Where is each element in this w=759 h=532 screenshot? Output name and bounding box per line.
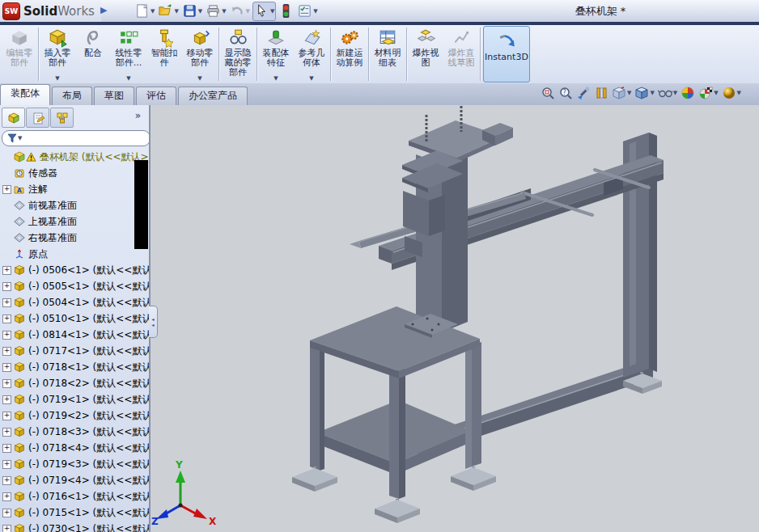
- show-hidden-components-button[interactable]: 显示隐藏的零部件: [220, 25, 256, 83]
- tree-item[interactable]: +(-) 0718<1> (默认<<默认: [0, 359, 149, 375]
- undo-button[interactable]: ▼: [229, 2, 251, 20]
- tree-item[interactable]: 上视基准面: [0, 213, 149, 230]
- expand-icon[interactable]: +: [2, 331, 11, 340]
- expand-icon[interactable]: +: [2, 347, 11, 356]
- instant3d-button[interactable]: Instant3D: [483, 26, 530, 82]
- smart-fasteners-button[interactable]: 智能扣件: [146, 25, 182, 83]
- expand-icon[interactable]: +: [2, 379, 11, 388]
- tree-item[interactable]: +(-) 0719<2> (默认<<默认: [0, 407, 149, 424]
- tree-item[interactable]: +(-) 0718<2> (默认<<默认: [0, 375, 149, 391]
- checklist-button[interactable]: ▼: [296, 2, 318, 20]
- tree-item[interactable]: +(-) 0718<4> (默认<<默认: [0, 440, 149, 456]
- expand-icon[interactable]: +: [2, 282, 11, 291]
- zoom-area-button[interactable]: ?: [558, 86, 573, 100]
- panel-splitter-handle[interactable]: ◂◂: [149, 306, 158, 338]
- tree-item[interactable]: +(-) 0510<1> (默认<<默认: [0, 310, 149, 327]
- save-button[interactable]: ▼: [181, 2, 203, 20]
- tab-装配体[interactable]: 装配体: [0, 84, 50, 105]
- tab-评估[interactable]: 评估: [136, 87, 176, 105]
- tree-item[interactable]: +(-) 0719<3> (默认<<默认: [0, 456, 149, 472]
- dropdown-arrow-icon[interactable]: ▼: [650, 90, 654, 96]
- dropdown-arrow-icon[interactable]: ▼: [126, 75, 130, 82]
- dropdown-arrow-icon[interactable]: ▼: [627, 90, 631, 96]
- tree-item[interactable]: +(-) 0814<1> (默认<<默认: [0, 327, 149, 343]
- expand-icon[interactable]: +: [2, 509, 11, 517]
- feature-filter-input[interactable]: ▼: [2, 130, 151, 146]
- move-component-button[interactable]: 移动零部件▼: [182, 25, 218, 83]
- mate-button[interactable]: 配合: [75, 25, 111, 83]
- dropdown-arrow-icon[interactable]: ▼: [246, 8, 250, 15]
- linear-component-pattern-button[interactable]: 线性零部件...▼: [111, 25, 146, 83]
- featuremanager-tab[interactable]: [2, 108, 25, 128]
- dropdown-arrow-icon[interactable]: ▼: [673, 90, 677, 96]
- expand-icon[interactable]: +: [2, 428, 11, 437]
- expand-icon[interactable]: +: [2, 412, 11, 420]
- dropdown-arrow-icon[interactable]: ▼: [197, 75, 201, 82]
- expand-icon[interactable]: +: [2, 525, 11, 532]
- expand-icon[interactable]: +: [2, 460, 11, 469]
- section-view-button[interactable]: [594, 86, 608, 100]
- display-style-button[interactable]: ▼: [634, 86, 654, 100]
- dropdown-arrow-icon[interactable]: ▼: [198, 8, 202, 15]
- expand-icon[interactable]: +: [2, 492, 11, 501]
- tree-item[interactable]: +A注解: [0, 181, 149, 197]
- realview-button[interactable]: ▼: [722, 86, 741, 100]
- expand-icon[interactable]: +: [2, 363, 11, 372]
- expand-icon[interactable]: +: [2, 266, 11, 275]
- graphics-viewport[interactable]: Y X Z: [151, 105, 759, 532]
- dropdown-arrow-icon[interactable]: ▼: [222, 8, 226, 15]
- view-orientation-button[interactable]: ▼: [612, 86, 631, 100]
- panel-overflow-chevron[interactable]: »: [135, 110, 141, 121]
- insert-component-button[interactable]: 插入零部件▼: [40, 25, 75, 83]
- filter-dropdown-icon[interactable]: ▼: [18, 135, 22, 141]
- select-button[interactable]: ▼: [252, 2, 276, 21]
- tree-item[interactable]: 原点: [0, 246, 149, 262]
- traffic-light-button[interactable]: [278, 2, 295, 20]
- tree-item[interactable]: +(-) 0504<1> (默认<<默认: [0, 294, 149, 310]
- toolbar-flyout-arrow-icon[interactable]: ▶: [100, 5, 107, 15]
- dropdown-arrow-icon[interactable]: ▼: [309, 75, 313, 82]
- tree-item[interactable]: +(-) 0505<1> (默认<<默认: [0, 278, 149, 294]
- tree-item[interactable]: 传感器: [0, 165, 149, 181]
- propertymanager-tab[interactable]: [26, 108, 49, 128]
- dropdown-arrow-icon[interactable]: ▼: [273, 75, 278, 82]
- reference-geometry-button[interactable]: 参考几何体▼: [294, 25, 329, 83]
- hide-show-items-button[interactable]: ▼: [658, 86, 677, 100]
- tree-item[interactable]: +(-) 0718<3> (默认<<默认: [0, 424, 149, 440]
- previous-view-button[interactable]: [576, 86, 591, 100]
- dropdown-arrow-icon[interactable]: ▼: [151, 8, 155, 15]
- new-motion-study-button[interactable]: 新建运动算例: [332, 25, 367, 83]
- dropdown-arrow-icon[interactable]: ▼: [714, 90, 718, 96]
- dropdown-arrow-icon[interactable]: ▼: [55, 75, 59, 82]
- tree-item[interactable]: +(-) 0716<1> (默认<<默认: [0, 488, 149, 505]
- tree-item[interactable]: +(-) 0506<1> (默认<<默认: [0, 262, 149, 278]
- tree-item[interactable]: +(-) 0730<1> (默认<<默认: [0, 521, 149, 532]
- expand-icon[interactable]: +: [2, 315, 11, 323]
- dropdown-arrow-icon[interactable]: ▼: [313, 8, 317, 15]
- expand-icon[interactable]: +: [2, 298, 11, 307]
- configurationmanager-tab[interactable]: [50, 108, 74, 128]
- open-document-button[interactable]: ▼: [157, 2, 179, 20]
- new-document-button[interactable]: ▼: [134, 2, 155, 20]
- tree-item[interactable]: +(-) 0719<4> (默认<<默认: [0, 472, 149, 488]
- bill-of-materials-button[interactable]: 材料明细表: [370, 25, 405, 83]
- tree-item[interactable]: +(-) 0715<1> (默认<<默认: [0, 505, 149, 521]
- expand-icon[interactable]: +: [2, 395, 11, 404]
- print-button[interactable]: ▼: [205, 2, 227, 20]
- assembly-features-button[interactable]: 装配体特征▼: [258, 25, 294, 83]
- tree-root-item[interactable]: 叠杯机架 (默认<<默认>_外: [0, 149, 149, 165]
- tree-item[interactable]: 右视基准面: [0, 230, 149, 246]
- tree-item[interactable]: +(-) 0717<1> (默认<<默认: [0, 343, 149, 359]
- expand-icon[interactable]: +: [2, 444, 11, 453]
- tree-item[interactable]: +(-) 0719<1> (默认<<默认: [0, 391, 149, 407]
- dropdown-arrow-icon[interactable]: ▼: [737, 90, 741, 96]
- zoom-fit-button[interactable]: [541, 86, 555, 100]
- view-settings-button[interactable]: ▼: [698, 86, 718, 100]
- apply-scene-button[interactable]: [681, 86, 695, 100]
- tree-item[interactable]: 前视基准面: [0, 197, 149, 213]
- tab-布局[interactable]: 布局: [52, 87, 92, 105]
- dropdown-arrow-icon[interactable]: ▼: [270, 8, 274, 15]
- dropdown-arrow-icon[interactable]: ▼: [174, 8, 178, 15]
- exploded-view-button[interactable]: 爆炸视图: [408, 25, 443, 83]
- expand-icon[interactable]: +: [2, 185, 11, 194]
